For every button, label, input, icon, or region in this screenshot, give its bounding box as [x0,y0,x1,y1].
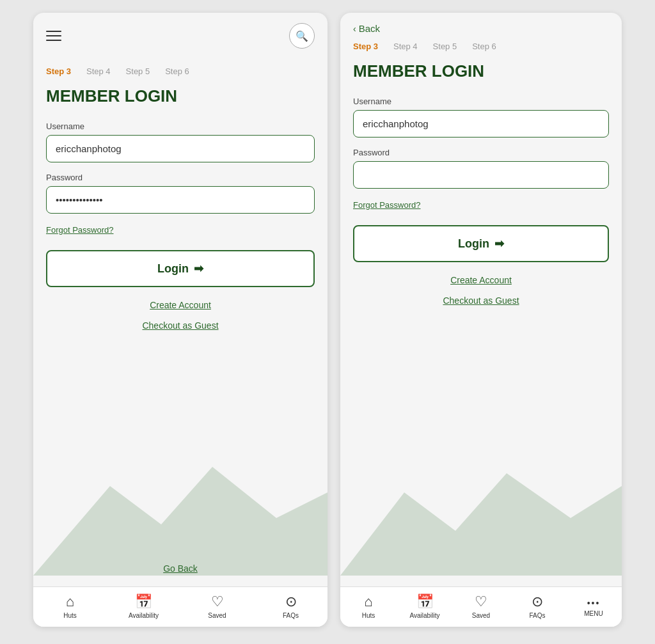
step-6-right: Step 6 [472,42,496,51]
availability-icon-right: 📅 [416,593,434,610]
availability-label-right: Availability [409,612,439,619]
saved-label-right: Saved [472,612,490,619]
page-title-right: MEMBER LOGIN [340,59,622,81]
step-4: Step 4 [86,67,111,76]
faqs-icon-right: ⊙ [532,593,543,610]
saved-icon: ♡ [211,593,224,610]
step-5-right: Step 5 [433,42,457,51]
go-back-link[interactable]: Go Back [33,551,328,586]
search-button[interactable]: 🔍 [289,23,315,49]
back-link[interactable]: ‹ Back [340,13,622,34]
top-bar: 🔍 [33,13,328,59]
left-phone: 🔍 Step 3 Step 4 Step 5 Step 6 MEMBER LOG… [33,13,328,627]
checkout-guest-link[interactable]: Checkout as Guest [46,320,315,331]
step-3: Step 3 [46,67,71,76]
availability-label: Availability [129,612,159,619]
password-label-right: Password [353,148,609,157]
menu-label-right: MENU [584,610,603,617]
search-icon: 🔍 [296,30,308,42]
form-area: Username Password Forgot Password? Login… [33,106,328,551]
login-label: Login [157,262,189,276]
nav-faqs-right[interactable]: ⊙ FAQs [518,593,556,619]
form-area-right: Username Password Forgot Password? Login… [340,81,622,452]
right-phone: ‹ Back Step 3 Step 4 Step 5 Step 6 MEMBE… [340,13,622,627]
step-3-right: Step 3 [353,42,378,51]
password-input[interactable] [46,186,315,214]
steps-bar-right: Step 3 Step 4 Step 5 Step 6 [340,34,622,59]
saved-label: Saved [208,612,226,619]
bottom-nav: ⌂ Huts 📅 Availability ♡ Saved ⊙ FAQs [33,586,328,627]
hamburger-menu[interactable] [46,31,61,41]
nav-saved-right[interactable]: ♡ Saved [462,593,500,619]
back-chevron-icon: ‹ [353,24,356,34]
huts-label: Huts [63,612,77,619]
availability-icon: 📅 [135,593,152,610]
password-label: Password [46,173,315,182]
nav-huts-right[interactable]: ⌂ Huts [349,593,388,619]
forgot-password-link[interactable]: Forgot Password? [46,225,114,235]
faqs-icon: ⊙ [285,593,297,610]
create-account-link-right[interactable]: Create Account [353,275,609,285]
login-button-right[interactable]: Login ➡ [353,225,609,262]
huts-label-right: Huts [362,612,375,619]
create-account-link[interactable]: Create Account [46,300,315,310]
nav-faqs[interactable]: ⊙ FAQs [272,593,310,619]
username-input[interactable] [46,135,315,162]
nav-menu-right[interactable]: ••• MENU [574,595,613,617]
page-title: MEMBER LOGIN [33,84,328,106]
mountain-watermark-right [340,435,622,576]
step-6: Step 6 [165,67,189,76]
login-label-right: Login [458,237,489,251]
back-label: Back [359,23,380,34]
step-4-right: Step 4 [393,42,418,51]
faqs-label: FAQs [283,612,299,619]
username-label-right: Username [353,97,609,106]
steps-bar: Step 3 Step 4 Step 5 Step 6 [33,59,328,84]
nav-saved[interactable]: ♡ Saved [198,593,237,619]
login-arrow-icon-right: ➡ [494,237,504,251]
username-label: Username [46,122,315,131]
bottom-nav-right: ⌂ Huts 📅 Availability ♡ Saved ⊙ FAQs •••… [340,586,622,627]
saved-icon-right: ♡ [475,593,487,610]
huts-icon: ⌂ [66,593,74,610]
login-button[interactable]: Login ➡ [46,250,315,287]
huts-icon-right: ⌂ [364,593,372,610]
password-input-right[interactable] [353,161,609,189]
checkout-guest-link-right[interactable]: Checkout as Guest [353,295,609,306]
username-input-right[interactable] [353,110,609,137]
forgot-password-link-right[interactable]: Forgot Password? [353,200,421,210]
nav-availability-right[interactable]: 📅 Availability [406,593,444,619]
step-5: Step 5 [126,67,150,76]
nav-availability[interactable]: 📅 Availability [125,593,163,619]
login-arrow-icon: ➡ [194,262,203,276]
faqs-label-right: FAQs [529,612,545,619]
menu-dots-icon: ••• [587,598,601,608]
nav-huts[interactable]: ⌂ Huts [51,593,90,619]
